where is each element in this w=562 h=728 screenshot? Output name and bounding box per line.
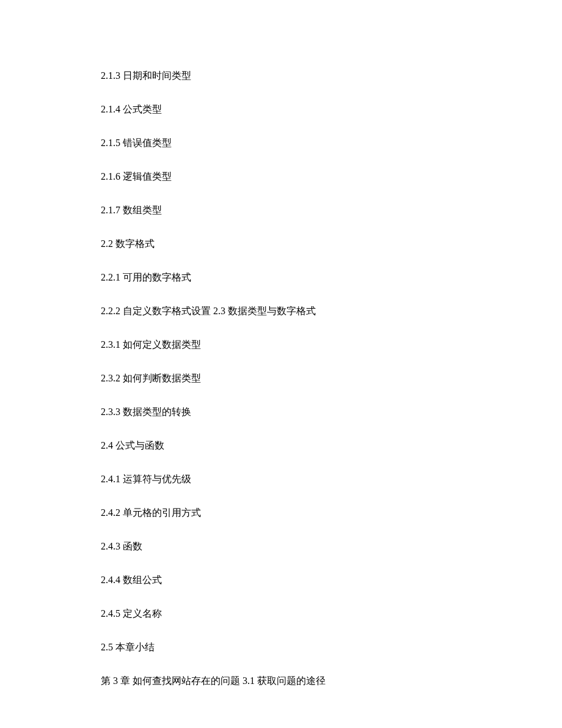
toc-entry: 2.5 本章小结 xyxy=(101,640,562,655)
toc-entry: 2.4.5 定义名称 xyxy=(101,606,562,621)
toc-entry: 2.4.4 数组公式 xyxy=(101,573,562,587)
toc-entry: 2.3.2 如何判断数据类型 xyxy=(101,371,562,386)
toc-entry: 2.2 数字格式 xyxy=(101,237,562,251)
toc-entry: 2.3.3 数据类型的转换 xyxy=(101,405,562,419)
toc-entry: 2.4.3 函数 xyxy=(101,539,562,554)
toc-entry: 2.2.2 自定义数字格式设置 2.3 数据类型与数字格式 xyxy=(101,304,562,318)
toc-entry: 2.1.3 日期和时间类型 xyxy=(101,68,562,83)
toc-entry: 2.1.7 数组类型 xyxy=(101,203,562,218)
toc-entry: 2.3.1 如何定义数据类型 xyxy=(101,337,562,352)
toc-entry: 第 3 章 如何查找网站存在的问题 3.1 获取问题的途径 xyxy=(101,674,562,688)
toc-entry: 2.4.1 运算符与优先级 xyxy=(101,472,562,487)
toc-entry: 2.1.4 公式类型 xyxy=(101,102,562,117)
toc-entry: 2.1.5 错误值类型 xyxy=(101,136,562,150)
toc-entry: 2.4 公式与函数 xyxy=(101,438,562,453)
toc-entry: 2.1.6 逻辑值类型 xyxy=(101,169,562,184)
toc-entry: 2.2.1 可用的数字格式 xyxy=(101,270,562,285)
toc-entry: 2.4.2 单元格的引用方式 xyxy=(101,506,562,520)
